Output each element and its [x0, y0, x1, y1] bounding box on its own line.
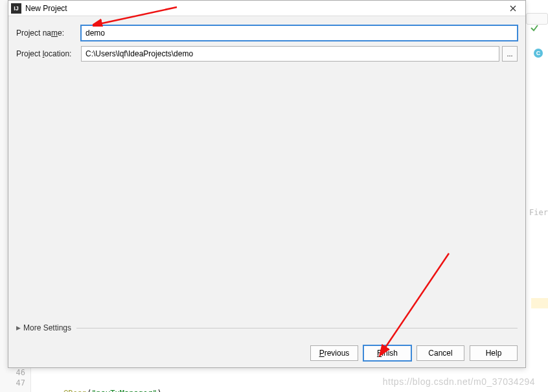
editor-highlight	[531, 298, 548, 308]
help-button[interactable]: Help	[470, 345, 518, 361]
line-number: 46	[0, 367, 25, 378]
finish-button[interactable]: Finish	[363, 345, 411, 361]
editor-hint: Fier	[529, 207, 548, 218]
code-line: @Bean("payTxManager")	[63, 388, 513, 392]
watermark: https://blog.csdn.net/m0_37034294	[383, 376, 535, 387]
more-settings-label: More Settings	[23, 323, 71, 332]
toolbar-hint-icon	[530, 23, 539, 34]
class-badge: C	[534, 49, 543, 58]
chevron-right-icon: ▶	[16, 325, 21, 331]
spacer	[16, 67, 518, 321]
project-name-label: Project name:	[16, 29, 81, 38]
more-settings-toggle[interactable]: ▶ More Settings	[16, 321, 518, 335]
project-location-label: Project location:	[16, 49, 81, 58]
button-row: Previous Finish Cancel Help	[16, 335, 518, 361]
cancel-button[interactable]: Cancel	[417, 345, 464, 361]
app-icon: IJ	[11, 3, 21, 14]
dialog-content: Project name: Project location: ... ▶ Mo…	[8, 16, 525, 367]
project-location-row: Project location: ...	[16, 46, 518, 62]
dialog-title: New Project	[25, 4, 503, 13]
project-name-row: Project name:	[16, 25, 518, 41]
browse-button[interactable]: ...	[502, 46, 518, 62]
titlebar: IJ New Project	[8, 1, 525, 16]
close-icon[interactable]	[503, 1, 523, 16]
line-number: 47	[0, 378, 25, 388]
new-project-dialog: IJ New Project Project name: Project loc…	[8, 0, 526, 368]
divider-line	[76, 328, 518, 329]
project-name-input[interactable]	[81, 25, 518, 41]
previous-button[interactable]: Previous	[310, 345, 358, 361]
project-location-input[interactable]	[81, 46, 499, 62]
